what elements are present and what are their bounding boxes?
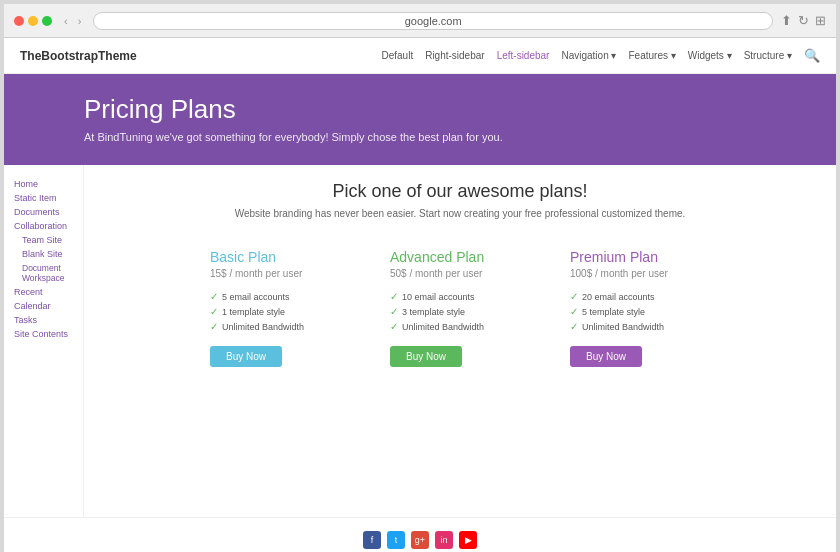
social-icons: f t g+ in ▶: [363, 531, 477, 549]
nav-structure[interactable]: Structure ▾: [744, 50, 792, 61]
sidebar-item-static[interactable]: Static Item: [14, 191, 73, 205]
forward-arrow[interactable]: ›: [74, 13, 86, 29]
nav-widgets[interactable]: Widgets ▾: [688, 50, 732, 61]
premium-buy-button[interactable]: Buy Now: [570, 346, 642, 367]
search-icon[interactable]: 🔍: [804, 48, 820, 63]
main-layout: Home Static Item Documents Collaboration…: [4, 165, 836, 517]
advanced-feature-1: ✓10 email accounts: [390, 289, 530, 304]
sidebar-item-blanksite[interactable]: Blank Site: [14, 247, 73, 261]
advanced-plan-price: 50$ / month per user: [390, 268, 530, 279]
maximize-button[interactable]: [42, 16, 52, 26]
top-nav: TheBootstrapTheme Default Right-sidebar …: [4, 38, 836, 74]
sidebar-item-collaboration[interactable]: Collaboration: [14, 219, 73, 233]
back-arrow[interactable]: ‹: [60, 13, 72, 29]
premium-feature-2: ✓5 template style: [570, 304, 710, 319]
hero-banner: Pricing Plans At BindTuning we've got so…: [4, 74, 836, 165]
brand-logo: TheBootstrapTheme: [20, 49, 137, 63]
browser-chrome: ‹ › google.com ⬆ ↻ ⊞: [4, 4, 836, 38]
googleplus-icon[interactable]: g+: [411, 531, 429, 549]
sidebar-item-tasks[interactable]: Tasks: [14, 313, 73, 327]
pricing-card-advanced: Advanced Plan 50$ / month per user ✓10 e…: [380, 239, 540, 377]
basic-plan-features: ✓5 email accounts ✓1 template style ✓Unl…: [210, 289, 350, 334]
website: TheBootstrapTheme Default Right-sidebar …: [4, 38, 836, 552]
nav-navigation[interactable]: Navigation ▾: [561, 50, 616, 61]
nav-right-sidebar[interactable]: Right-sidebar: [425, 50, 484, 61]
sidebar-item-recent[interactable]: Recent: [14, 285, 73, 299]
nav-left-sidebar[interactable]: Left-sidebar: [497, 50, 550, 61]
sidebar-item-teamsite[interactable]: Team Site: [14, 233, 73, 247]
traffic-lights: [14, 16, 52, 26]
premium-plan-name: Premium Plan: [570, 249, 710, 265]
footer: f t g+ in ▶ Copyright 2016 · Read about …: [4, 517, 836, 552]
hero-subtitle: At BindTuning we've got something for ev…: [84, 131, 806, 143]
page-title: Pricing Plans: [84, 94, 806, 125]
premium-plan-price: 100$ / month per user: [570, 268, 710, 279]
facebook-icon[interactable]: f: [363, 531, 381, 549]
grid-icon[interactable]: ⊞: [815, 13, 826, 28]
sidebar-item-home[interactable]: Home: [14, 177, 73, 191]
advanced-feature-2: ✓3 template style: [390, 304, 530, 319]
main-content: Pick one of our awesome plans! Website b…: [84, 165, 836, 517]
sidebar-item-docworkspace[interactable]: Document Workspace: [14, 261, 73, 285]
pricing-card-basic: Basic Plan 15$ / month per user ✓5 email…: [200, 239, 360, 377]
twitter-icon[interactable]: t: [387, 531, 405, 549]
minimize-button[interactable]: [28, 16, 38, 26]
browser-actions: ⬆ ↻ ⊞: [781, 13, 826, 28]
advanced-feature-3: ✓Unlimited Bandwidth: [390, 319, 530, 334]
instagram-icon[interactable]: in: [435, 531, 453, 549]
content-subtitle: Website branding has never been easier. …: [104, 208, 816, 219]
basic-buy-button[interactable]: Buy Now: [210, 346, 282, 367]
browser-nav-arrows[interactable]: ‹ ›: [60, 13, 85, 29]
nav-links: Default Right-sidebar Left-sidebar Navig…: [381, 48, 820, 63]
address-bar[interactable]: google.com: [93, 12, 773, 30]
basic-feature-3: ✓Unlimited Bandwidth: [210, 319, 350, 334]
premium-feature-1: ✓20 email accounts: [570, 289, 710, 304]
premium-feature-3: ✓Unlimited Bandwidth: [570, 319, 710, 334]
close-button[interactable]: [14, 16, 24, 26]
share-icon[interactable]: ⬆: [781, 13, 792, 28]
content-title: Pick one of our awesome plans!: [104, 181, 816, 202]
advanced-buy-button[interactable]: Buy Now: [390, 346, 462, 367]
nav-default[interactable]: Default: [381, 50, 413, 61]
refresh-icon[interactable]: ↻: [798, 13, 809, 28]
advanced-plan-name: Advanced Plan: [390, 249, 530, 265]
basic-plan-price: 15$ / month per user: [210, 268, 350, 279]
nav-features[interactable]: Features ▾: [628, 50, 675, 61]
premium-plan-features: ✓20 email accounts ✓5 template style ✓Un…: [570, 289, 710, 334]
sidebar-item-sitecontents[interactable]: Site Contents: [14, 327, 73, 341]
basic-feature-1: ✓5 email accounts: [210, 289, 350, 304]
youtube-icon[interactable]: ▶: [459, 531, 477, 549]
pricing-card-premium: Premium Plan 100$ / month per user ✓20 e…: [560, 239, 720, 377]
advanced-plan-features: ✓10 email accounts ✓3 template style ✓Un…: [390, 289, 530, 334]
sidebar-item-calendar[interactable]: Calendar: [14, 299, 73, 313]
pricing-cards: Basic Plan 15$ / month per user ✓5 email…: [104, 239, 816, 377]
basic-plan-name: Basic Plan: [210, 249, 350, 265]
sidebar-item-documents[interactable]: Documents: [14, 205, 73, 219]
basic-feature-2: ✓1 template style: [210, 304, 350, 319]
sidebar: Home Static Item Documents Collaboration…: [4, 165, 84, 517]
